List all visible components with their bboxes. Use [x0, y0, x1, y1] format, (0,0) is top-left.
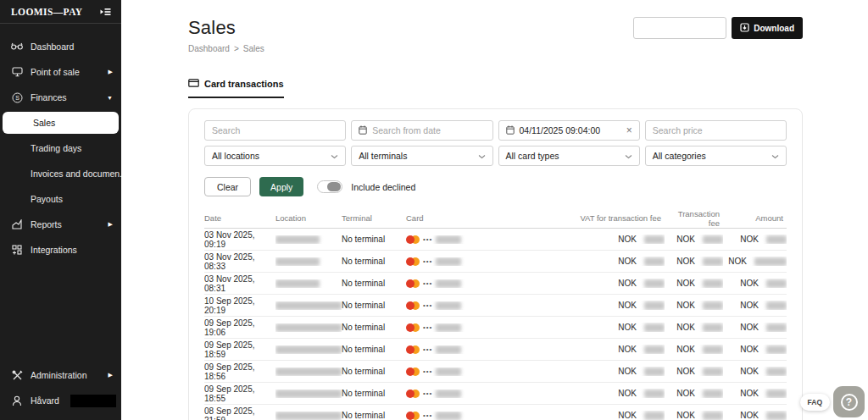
download-button[interactable]: Download — [732, 17, 803, 39]
sidebar-item-administration[interactable]: Administration ▶ — [0, 362, 121, 388]
card-icon — [188, 79, 199, 89]
sidebar-item-label: Point of sale — [31, 67, 101, 77]
sidebar-item-user[interactable]: Håvard ▶ — [0, 388, 121, 413]
currency-label: NOK — [618, 279, 637, 288]
sidebar-item-integrations[interactable]: Integrations — [0, 237, 121, 262]
collapse-sidebar-icon[interactable] — [100, 8, 111, 16]
sidebar-item-point-of-sale[interactable]: Point of sale ▶ — [0, 59, 121, 85]
cell-fee: NOK — [665, 345, 723, 354]
cell-vat: NOK — [563, 345, 665, 354]
table-row[interactable]: 08 Sep 2025, 21:59 No terminal ••• NOK N… — [204, 405, 787, 420]
sidebar-item-payouts[interactable]: Payouts — [0, 186, 121, 212]
redacted-card-digits — [436, 301, 461, 310]
table-row[interactable]: 10 Sep 2025, 20:19 No terminal ••• NOK N… — [204, 295, 787, 317]
cell-fee: NOK — [665, 323, 723, 332]
breadcrumb-root[interactable]: Dashboard — [188, 44, 230, 53]
cell-amount: NOK — [723, 323, 787, 332]
cell-location — [275, 323, 342, 332]
cell-vat: NOK — [563, 389, 665, 398]
price-input[interactable] — [645, 120, 787, 141]
include-declined-toggle[interactable] — [317, 180, 342, 193]
currency-label: NOK — [618, 411, 637, 420]
point-of-sale-icon — [11, 66, 23, 78]
to-date-value: 04/11/2025 09:04:00 — [520, 125, 621, 135]
integrations-icon — [11, 244, 23, 256]
header-search-input[interactable] — [633, 17, 726, 39]
table-row[interactable]: 03 Nov 2025, 09:19 No terminal ••• NOK N… — [204, 229, 787, 251]
sidebar-item-reports[interactable]: Reports ▶ — [0, 212, 121, 237]
table-row[interactable]: 09 Sep 2025, 19:06 No terminal ••• NOK N… — [204, 317, 787, 339]
categories-select[interactable]: All categories — [645, 146, 787, 166]
currency-label: NOK — [618, 257, 637, 266]
chevron-right-icon: ▶ — [108, 221, 113, 228]
currency-label: NOK — [676, 389, 695, 398]
card-types-select[interactable]: All card types — [498, 146, 640, 166]
sidebar-item-invoices[interactable]: Invoices and documen... — [0, 161, 121, 186]
cell-terminal: No terminal — [342, 257, 406, 266]
redacted-vat — [644, 412, 665, 420]
col-vat: VAT for transaction fee — [563, 213, 665, 223]
cell-card: ••• — [406, 345, 563, 354]
currency-label: NOK — [676, 301, 695, 310]
from-date-input[interactable]: Search from date — [351, 120, 492, 141]
page-header: Sales Dashboard > Sales Download — [188, 17, 803, 53]
table-row[interactable]: 09 Sep 2025, 18:59 No terminal ••• NOK N… — [204, 339, 787, 361]
table-row[interactable]: 03 Nov 2025, 08:31 No terminal ••• NOK N… — [204, 273, 787, 295]
sidebar-item-sales[interactable]: Sales — [3, 112, 119, 134]
redacted-amount — [766, 323, 787, 332]
cell-date: 03 Nov 2025, 09:19 — [204, 230, 275, 249]
table-row[interactable]: 09 Sep 2025, 18:56 No terminal ••• NOK N… — [204, 361, 787, 383]
cell-fee: NOK — [665, 257, 723, 266]
categories-select-value: All categories — [653, 151, 706, 161]
table-row[interactable]: 09 Sep 2025, 18:55 No terminal ••• NOK N… — [204, 383, 787, 405]
locations-select[interactable]: All locations — [204, 146, 346, 166]
sidebar-item-finances[interactable]: S Finances ▼ — [0, 85, 121, 110]
redacted-vat — [644, 368, 665, 376]
redacted-amount — [766, 279, 787, 288]
faq-button[interactable]: FAQ — [800, 394, 830, 411]
cell-vat: NOK — [563, 235, 665, 244]
card-mask-dots: ••• — [423, 235, 432, 243]
col-amount: Amount — [723, 213, 787, 223]
clear-date-icon[interactable]: × — [626, 125, 632, 135]
help-button[interactable]: ? — [833, 386, 865, 417]
tab-label: Card transactions — [204, 79, 284, 89]
search-input[interactable] — [204, 120, 346, 141]
clear-button[interactable]: Clear — [204, 177, 251, 196]
redacted-amount — [766, 412, 787, 420]
cell-date: 09 Sep 2025, 18:56 — [204, 362, 275, 381]
tab-card-transactions[interactable]: Card transactions — [188, 79, 284, 98]
cell-location — [275, 279, 342, 288]
table-row[interactable]: 03 Nov 2025, 08:33 No terminal ••• NOK N… — [204, 251, 787, 273]
card-mask-dots: ••• — [423, 257, 432, 265]
cell-amount: NOK — [723, 411, 787, 420]
currency-label: NOK — [676, 235, 695, 244]
redacted-fee — [703, 390, 723, 398]
redacted-card-digits — [436, 257, 461, 266]
cell-location — [275, 235, 342, 244]
sidebar-item-trading-days[interactable]: Trading days — [0, 135, 121, 161]
page-title: Sales — [188, 17, 264, 39]
currency-label: NOK — [618, 235, 637, 244]
to-date-input[interactable]: 04/11/2025 09:04:00 × — [498, 120, 640, 141]
include-declined-label: Include declined — [351, 182, 415, 192]
terminals-select[interactable]: All terminals — [351, 146, 492, 166]
cell-fee: NOK — [665, 301, 723, 310]
cell-vat: NOK — [563, 257, 665, 266]
card-mask-dots: ••• — [423, 301, 432, 309]
chevron-right-icon: ▶ — [108, 372, 113, 379]
sidebar-item-dashboard[interactable]: Dashboard — [0, 34, 121, 59]
cell-date: 09 Sep 2025, 18:59 — [204, 340, 275, 359]
apply-button[interactable]: Apply — [259, 177, 303, 196]
redacted-vat — [644, 235, 665, 244]
redacted-vat — [644, 390, 665, 398]
mastercard-icon — [406, 345, 420, 354]
locations-select-value: All locations — [212, 151, 259, 161]
card-mask-dots: ••• — [423, 345, 432, 353]
dashboard-icon — [11, 41, 23, 52]
table-header: Date Location Terminal Card VAT for tran… — [204, 208, 787, 229]
filter-row-1: Search from date 04/11/2025 09:04:00 × — [204, 120, 787, 141]
redacted-vat — [644, 323, 665, 332]
redacted-location — [275, 390, 342, 398]
redacted-fee — [703, 301, 723, 310]
